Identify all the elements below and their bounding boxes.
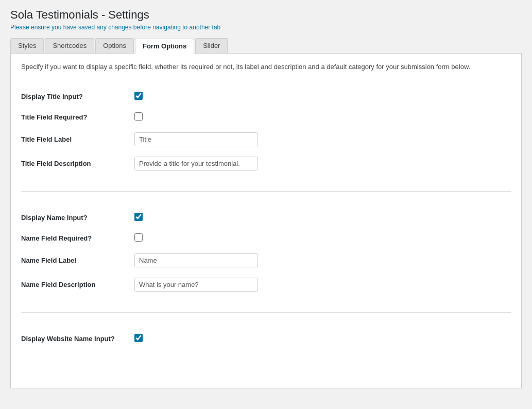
display-website-control <box>134 334 511 344</box>
title-required-label: Title Field Required? <box>21 113 134 121</box>
tab-shortcodes[interactable]: Shortcodes <box>45 38 94 53</box>
tab-slider[interactable]: Slider <box>195 38 228 53</box>
title-field-label-input[interactable] <box>134 132 258 146</box>
display-name-row: Display Name Input? <box>21 207 511 228</box>
section-divider-2 <box>21 312 511 313</box>
title-required-control <box>134 112 511 122</box>
title-required-row: Title Field Required? <box>21 107 511 127</box>
display-website-label: Display Website Name Input? <box>21 335 134 343</box>
name-required-control <box>134 233 511 243</box>
title-section: Display Title Input? Title Field Require… <box>21 81 511 186</box>
title-field-label-control <box>134 132 511 146</box>
title-required-checkbox[interactable] <box>134 112 143 121</box>
tab-form-options[interactable]: Form Options <box>135 39 194 54</box>
title-field-label-label: Title Field Label <box>21 135 134 143</box>
save-notice: Please ensure you have saved any changes… <box>10 24 522 31</box>
display-name-label: Display Name Input? <box>21 214 134 221</box>
display-title-checkbox[interactable] <box>134 92 143 100</box>
display-name-checkbox[interactable] <box>134 213 143 221</box>
title-field-desc-control <box>134 157 511 171</box>
page-title: Sola Testimonials - Settings <box>10 8 522 22</box>
title-field-desc-row: Title Field Description <box>21 151 511 176</box>
name-field-label-control <box>134 253 511 267</box>
title-field-label-row: Title Field Label <box>21 127 511 151</box>
section-divider-1 <box>21 191 511 192</box>
name-field-label-label: Name Field Label <box>21 257 134 264</box>
tab-styles[interactable]: Styles <box>10 38 44 53</box>
page-wrapper: Sola Testimonials - Settings Please ensu… <box>0 0 532 409</box>
content-area: Specify if you want to display a specifi… <box>10 54 522 388</box>
name-required-checkbox[interactable] <box>134 233 143 242</box>
intro-text: Specify if you want to display a specifi… <box>21 63 511 71</box>
display-title-row: Display Title Input? <box>21 86 511 107</box>
name-field-desc-control <box>134 278 511 292</box>
name-field-label-row: Name Field Label <box>21 248 511 272</box>
title-field-desc-label: Title Field Description <box>21 160 134 167</box>
title-field-desc-input[interactable] <box>134 157 258 171</box>
name-required-label: Name Field Required? <box>21 234 134 242</box>
display-title-control <box>134 92 511 101</box>
display-website-row: Display Website Name Input? <box>21 328 511 349</box>
name-field-desc-row: Name Field Description <box>21 272 511 297</box>
tab-options[interactable]: Options <box>95 38 134 53</box>
name-field-desc-input[interactable] <box>134 278 258 292</box>
display-website-checkbox[interactable] <box>134 334 143 342</box>
website-section: Display Website Name Input? <box>21 323 511 359</box>
tabs-bar: Styles Shortcodes Options Form Options S… <box>10 38 522 54</box>
name-field-desc-label: Name Field Description <box>21 281 134 288</box>
name-required-row: Name Field Required? <box>21 228 511 248</box>
name-section: Display Name Input? Name Field Required?… <box>21 202 511 307</box>
name-field-label-input[interactable] <box>134 253 258 267</box>
display-name-control <box>134 213 511 223</box>
display-title-label: Display Title Input? <box>21 93 134 100</box>
